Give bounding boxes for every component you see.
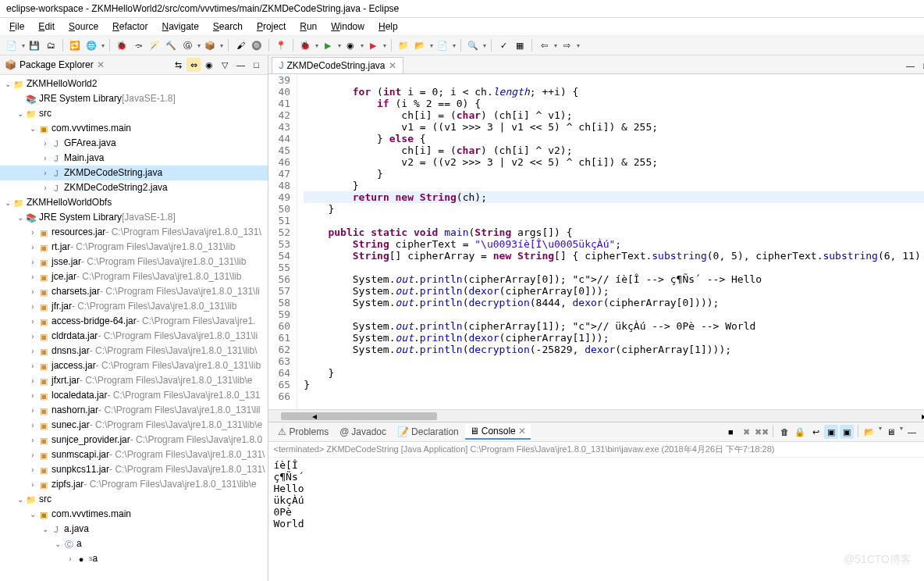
tree-item[interactable]: ›▣jfr.jar - C:\Program Files\Java\jre1.8… [0,299,268,314]
menu-search[interactable]: Search [207,20,249,34]
tree-item[interactable]: ⌄📚JRE System Library [JavaSE-1.8] [0,210,268,225]
show-icon[interactable]: ▣ [824,425,838,439]
console-panel: ⚠ Problems@ Javadoc📝 Declaration🖥 Consol… [268,422,924,581]
tree-item[interactable]: ›▣sunec.jar - C:\Program Files\Java\jre1… [0,418,268,433]
console-output[interactable]: íè[Î ç¶Ñs´ Hello ükçÀú 0Pè World [268,458,924,581]
tree-item[interactable]: ›▣sunmscapi.jar - C:\Program Files\Java\… [0,447,268,462]
con-min-icon[interactable]: — [904,425,919,439]
debug-cfg-icon[interactable]: 🐞 [115,38,129,52]
menu-edit[interactable]: Edit [32,20,61,34]
tree-item[interactable]: ›▣sunjce_provider.jar - C:\Program Files… [0,433,268,447]
class-icon[interactable]: Ⓖ [180,38,194,52]
tree-item[interactable]: ›▣zipfs.jar - C:\Program Files\Java\jre1… [0,477,268,492]
console-tab-declaration[interactable]: 📝 Declaration [393,424,464,440]
tree-item[interactable]: ›▣jfxrt.jar - C:\Program Files\Java\jre1… [0,373,268,388]
pkg-icon[interactable]: 📦 [203,38,217,52]
tree-item[interactable]: ›▣access-bridge-64.jar - C:\Program File… [0,314,268,329]
console-tab-problems[interactable]: ⚠ Problems [273,424,333,440]
new-class-icon[interactable]: 📄 [435,38,450,52]
menu-help[interactable]: Help [372,20,404,34]
new-icon[interactable]: 📄 [5,38,19,52]
tree-item[interactable]: ›JZKMDeCodeString2.java [0,180,268,195]
menu-refactor[interactable]: Refactor [106,20,154,34]
menu-project[interactable]: Project [251,20,292,34]
tree-item[interactable]: ›▣rt.jar - C:\Program Files\Java\jre1.8.… [0,240,268,255]
code-editor[interactable]: 3940414243444546474849505152535455565758… [268,74,924,409]
con-max-icon[interactable]: □ [920,425,924,439]
globe-icon[interactable]: 🌐 [84,38,98,52]
scroll-lock-icon[interactable]: 🔒 [793,425,807,439]
removeall-icon[interactable]: ✖✖ [755,425,769,439]
tree-item[interactable]: ›▣localedata.jar - C:\Program Files\Java… [0,388,268,403]
editor-min-icon[interactable]: — [903,59,917,73]
coverage-icon[interactable]: ◉ [343,38,357,52]
tree-item[interactable]: ›▣jsse.jar - C:\Program Files\Java\jre1.… [0,255,268,269]
menu-window[interactable]: Window [325,20,371,34]
menu-run[interactable]: Run [293,20,323,34]
skip-icon[interactable]: ⤼ [131,38,145,52]
stop-icon[interactable]: ■ [723,425,737,439]
tree-item[interactable]: ›▣resources.jar - C:\Program Files\Java\… [0,225,268,240]
project-root[interactable]: ⌄📁ZKMHelloWorldObfs [0,195,268,210]
tree-item[interactable]: ›▣jce.jar - C:\Program Files\Java\jre1.8… [0,269,268,284]
menu-file[interactable]: File [3,20,30,34]
bug-icon[interactable]: 🐞 [298,38,312,52]
ext-tools-icon[interactable]: ▶ [366,38,380,52]
fwd-icon[interactable]: ⇨ [560,38,574,52]
pin-icon[interactable]: 📍 [274,38,288,52]
tree-item[interactable]: ⌄📁src [0,106,268,121]
toggle-icon[interactable]: 🔘 [250,38,264,52]
console-tab-javadoc[interactable]: @ Javadoc [335,424,391,440]
tree-item[interactable]: ⌄Ⓒa [0,536,268,551]
back-icon[interactable]: ⇦ [537,38,551,52]
menu-navigate[interactable]: Navigate [155,20,204,34]
collapse-icon[interactable]: ⇆ [171,58,185,72]
tree-item[interactable]: ⌄📁src [0,492,268,507]
tree-item[interactable]: ›▣charsets.jar - C:\Program Files\Java\j… [0,284,268,299]
clear-icon[interactable]: 🗑 [777,425,791,439]
wand-icon[interactable]: 🪄 [147,38,162,52]
open-con-icon[interactable]: 📂 [862,425,876,439]
project-root[interactable]: ⌄📁ZKMHelloWorld2 [0,77,268,91]
task-icon[interactable]: ✓ [496,38,510,52]
search-icon[interactable]: 🔍 [466,38,480,52]
tree-item[interactable]: ⌄▣com.vvvtimes.main [0,507,268,522]
tree-item[interactable]: ›JGFArea.java [0,136,268,151]
tree-item[interactable]: ›▣cldrdata.jar - C:\Program Files\Java\j… [0,329,268,344]
new-pkg-icon[interactable]: 📁 [396,38,410,52]
tree-item[interactable]: ›▣dnsns.jar - C:\Program Files\Java\jre1… [0,344,268,358]
save-icon[interactable]: 💾 [27,38,41,52]
tree-item[interactable]: ›▣sunpkcs11.jar - C:\Program Files\Java\… [0,462,268,477]
tree-item[interactable]: ⌄▣com.vvvtimes.main [0,121,268,136]
tree-item[interactable]: ›▣jaccess.jar - C:\Program Files\Java\jr… [0,358,268,373]
menu-icon[interactable]: ▽ [218,58,232,72]
build-icon[interactable]: 🔨 [164,38,178,52]
expand-icon[interactable]: ▦ [513,38,527,52]
focus-icon[interactable]: ◉ [202,58,216,72]
pin2-icon[interactable]: ▣ [840,425,854,439]
editor-hscroll[interactable]: ◂ ▸ [268,409,924,422]
tree-item[interactable]: ›JZKMDeCodeString.java [0,166,268,180]
project-tree[interactable]: ⌄📁ZKMHelloWorld2 📚JRE System Library [Ja… [0,75,268,581]
tree-item[interactable]: ⌄Ja.java [0,522,268,536]
display-icon[interactable]: 🖥 [883,425,897,439]
wrap-icon[interactable]: ↩ [808,425,823,439]
save-all-icon[interactable]: 🗂 [44,38,58,52]
console-tab-console[interactable]: 🖥 Console ✕ [465,424,531,440]
tree-item[interactable]: ›JMain.java [0,151,268,166]
tree-item[interactable]: ›▣nashorn.jar - C:\Program Files\Java\jr… [0,403,268,418]
min-icon[interactable]: — [233,58,247,72]
menu-source[interactable]: Source [62,20,105,34]
editor-max-icon[interactable]: □ [919,59,924,73]
run-icon[interactable]: ▶ [321,38,335,52]
switch-icon[interactable]: 🔁 [68,38,82,52]
close-icon[interactable]: ✕ [389,60,396,71]
remove-icon[interactable]: ✖ [739,425,753,439]
editor-tab[interactable]: J ZKMDeCodeString.java ✕ [272,57,403,73]
tree-item[interactable]: ›●s a [0,551,268,566]
new-folder-icon[interactable]: 📂 [413,38,427,52]
tree-item[interactable]: 📚JRE System Library [JavaSE-1.8] [0,91,268,106]
link-icon[interactable]: ⇔ [187,58,201,72]
max-icon[interactable]: □ [249,58,263,72]
brush-icon[interactable]: 🖌 [233,38,247,52]
